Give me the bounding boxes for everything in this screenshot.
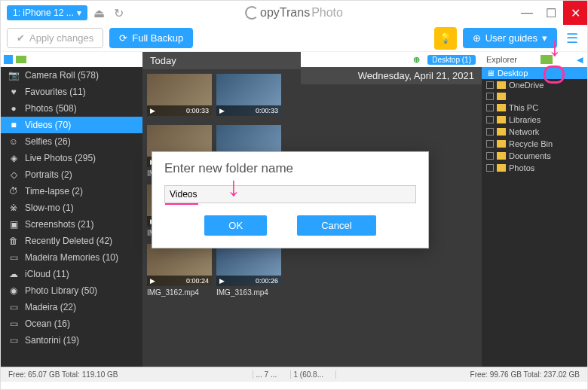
folder-name-input[interactable] <box>164 185 416 203</box>
sidebar-item-label: Recently Deleted (42) <box>25 236 112 246</box>
sidebar-item[interactable]: 🗑Recently Deleted (42) <box>1 233 142 249</box>
album-icon: ☺ <box>8 136 19 147</box>
video-thumbnail[interactable]: ▶0:00:24IMG_3162.mp4 <box>147 244 212 299</box>
sidebar-item[interactable]: ⏱Time-lapse (2) <box>1 183 142 200</box>
tree-item[interactable]: Libraries <box>482 114 587 126</box>
album-icon: 🗑 <box>8 236 19 246</box>
album-icon: ▭ <box>8 318 19 329</box>
album-icon: 📷 <box>8 70 19 81</box>
explorer-pane: Explorer ◀ 🖥 Desktop OneDriveThis PCLibr… <box>482 52 587 367</box>
sidebar-item[interactable]: ※Slow-mo (1) <box>1 200 142 216</box>
tree-item-label: Photos <box>509 163 534 172</box>
full-backup-button[interactable]: ⟳ Full Backup <box>109 28 193 48</box>
maximize-button[interactable]: ☐ <box>539 1 563 25</box>
tree-checkbox[interactable] <box>486 93 494 100</box>
folder-icon <box>497 152 506 160</box>
folders-tab-icon[interactable] <box>16 56 26 63</box>
sidebar-item[interactable]: ☺Selfies (26) <box>1 133 142 150</box>
minimize-button[interactable]: — <box>515 1 539 25</box>
sidebar-item-label: Time-lapse (2) <box>25 186 83 197</box>
desktop-pill[interactable]: Desktop (1) <box>427 55 476 65</box>
sidebar-item[interactable]: ◉Photo Library (50) <box>1 282 142 299</box>
video-thumbnail[interactable]: ▶0:00:26IMG_3163.mp4 <box>216 244 281 299</box>
sidebar-item-label: Live Photos (295) <box>25 153 96 163</box>
sidebar-item[interactable]: ▭Ocean (16) <box>1 315 142 332</box>
tree-checkbox[interactable] <box>486 116 494 123</box>
tree-item-label: Network <box>509 127 539 136</box>
tree-item[interactable]: OneDrive <box>482 79 587 91</box>
status-mid-right: 1 (60.8... <box>291 370 336 379</box>
logo-icon <box>245 6 259 20</box>
album-icon: ◈ <box>8 153 19 163</box>
tree-item[interactable]: This PC <box>482 102 587 114</box>
album-icon: ◉ <box>8 285 19 296</box>
album-icon: ■ <box>8 120 19 130</box>
app-title: opyTrans Photo <box>245 6 343 20</box>
close-button[interactable]: ✕ <box>563 1 587 25</box>
tree-item[interactable]: Photos <box>482 162 587 174</box>
sidebar-item[interactable]: ■Videos (70) <box>1 117 142 133</box>
new-folder-modal: Enter new folder name OK Cancel <box>152 151 429 248</box>
tree-root[interactable]: 🖥 Desktop <box>482 67 587 79</box>
sidebar-item-label: Santorini (19) <box>25 335 79 346</box>
eject-icon[interactable]: ⏏ <box>92 5 107 20</box>
sidebar-tabs <box>1 52 142 67</box>
sidebar-item[interactable]: ♥Favourites (11) <box>1 84 142 100</box>
new-folder-icon[interactable] <box>541 55 553 64</box>
tip-button[interactable]: 💡 <box>434 27 457 50</box>
thumbnail-label: IMG_3163.mp4 <box>216 286 281 299</box>
tree-item[interactable] <box>482 91 587 102</box>
device-dropdown[interactable]: 1: iPhone 12 ...▾ <box>7 5 87 20</box>
sidebar-item-label: Madeira Memories (10) <box>25 252 118 263</box>
albums-tab-icon[interactable] <box>4 55 13 64</box>
window-controls: — ☐ ✕ <box>515 1 587 25</box>
folder-icon <box>497 116 506 123</box>
cancel-button[interactable]: Cancel <box>297 215 375 236</box>
collapse-pane-icon[interactable]: ◀ <box>577 55 583 65</box>
apply-changes-button[interactable]: ✔ Apply changes <box>7 28 103 48</box>
album-icon: ♥ <box>8 87 19 97</box>
status-mid-left: ... 7 ... <box>253 370 291 379</box>
tree-item[interactable]: Network <box>482 126 587 138</box>
sidebar-item[interactable]: ●Photos (508) <box>1 100 142 117</box>
video-thumbnail[interactable]: ▶0:00:33 <box>216 74 281 120</box>
tree-checkbox[interactable] <box>486 128 494 136</box>
refresh-icon[interactable]: ↻ <box>112 5 127 20</box>
video-thumbnail[interactable]: ▶0:00:33 <box>147 74 212 120</box>
folder-icon <box>497 93 506 100</box>
tree-item-label: Libraries <box>509 115 541 124</box>
ok-button[interactable]: OK <box>204 215 267 236</box>
tree-checkbox[interactable] <box>486 164 494 172</box>
menu-button[interactable]: ☰ <box>563 27 581 50</box>
tree-checkbox[interactable] <box>486 140 494 148</box>
tree-checkbox[interactable] <box>486 104 494 111</box>
sidebar-item[interactable]: ◇Portraits (2) <box>1 166 142 183</box>
lifebuoy-icon: ⊕ <box>473 32 481 44</box>
toolbar: ✔ Apply changes ⟳ Full Backup 💡 ⊕ User g… <box>1 25 587 52</box>
sidebar-item[interactable]: ▭Madeira (22) <box>1 299 142 315</box>
thumbnail-label: IMG_3162.mp4 <box>147 286 212 299</box>
add-folder-icon[interactable]: ⊕ <box>413 55 420 65</box>
sidebar-item[interactable]: ▣Screenshots (21) <box>1 216 142 233</box>
tree-checkbox[interactable] <box>486 81 494 89</box>
sidebar-item[interactable]: ▭Santorini (19) <box>1 332 142 349</box>
album-icon: ● <box>8 103 19 114</box>
album-icon: ◇ <box>8 169 19 180</box>
user-guides-button[interactable]: ⊕ User guides ▾ <box>463 28 557 48</box>
sidebar-item[interactable]: ◈Live Photos (295) <box>1 150 142 166</box>
titlebar: 1: iPhone 12 ...▾ ⏏ ↻ opyTrans Photo — ☐… <box>1 1 587 25</box>
date-header-left: Today <box>142 52 301 69</box>
tree-checkbox[interactable] <box>486 152 494 160</box>
desktop-icon: 🖥 <box>486 69 495 78</box>
sidebar-item[interactable]: 📷Camera Roll (578) <box>1 67 142 84</box>
thumbnail-label <box>147 116 212 120</box>
tree-item[interactable]: Documents <box>482 150 587 162</box>
check-icon: ✔ <box>17 32 25 44</box>
sidebar-item[interactable]: ☁iCloud (11) <box>1 266 142 282</box>
tree-item[interactable]: Recycle Bin <box>482 138 587 150</box>
album-icon: ※ <box>8 203 19 213</box>
sidebar-item-label: iCloud (11) <box>25 269 69 279</box>
sidebar-item[interactable]: ▭Madeira Memories (10) <box>1 249 142 266</box>
statusbar: Free: 65.07 GB Total: 119.10 GB ... 7 ..… <box>1 367 587 382</box>
folder-icon <box>497 140 506 148</box>
